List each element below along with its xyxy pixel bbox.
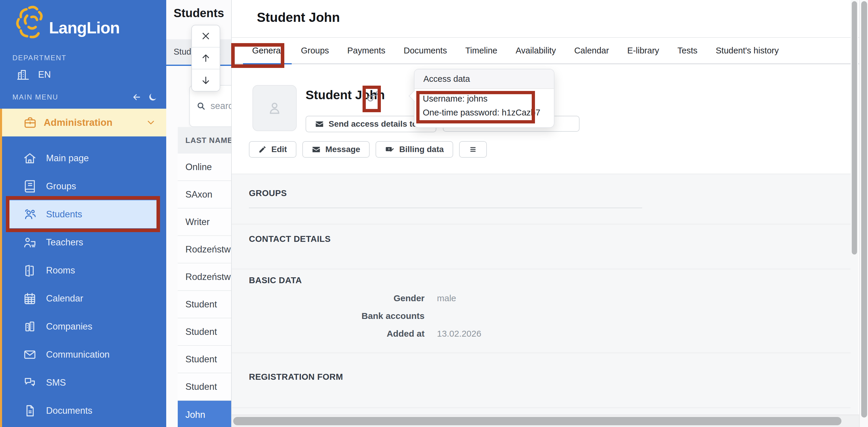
field-label-bank-accounts: Bank accounts — [232, 311, 425, 321]
collapse-sidebar-icon[interactable] — [132, 92, 142, 102]
sidebar-item-companies[interactable]: Companies — [9, 312, 157, 340]
chevron-down-icon — [146, 117, 156, 128]
sidebar-item-label: Students — [46, 209, 82, 220]
sidebar-item-label: Rooms — [46, 265, 75, 276]
sidebar-item-rooms[interactable]: Rooms — [9, 256, 157, 284]
tab-e-library[interactable]: E-library — [618, 38, 669, 63]
sidebar-item-label: Calendar — [46, 293, 83, 304]
floating-toolbar — [191, 25, 220, 92]
horizontal-scrollbar[interactable] — [232, 415, 859, 427]
billing-data-button[interactable]: Billing data — [376, 141, 453, 158]
tab-students-history[interactable]: Student's history — [707, 38, 788, 63]
sidebar-section-administration[interactable]: Administration — [0, 109, 166, 136]
access-data-key-button[interactable] — [365, 87, 380, 106]
list-item-selected[interactable]: John — [178, 401, 232, 427]
envelope-icon — [312, 145, 321, 154]
list-item[interactable]: Student — [178, 291, 232, 318]
person-icon — [266, 99, 283, 117]
list-item[interactable]: Rodzeństw — [178, 236, 232, 264]
one-time-password-line: One-time password: h1zCazb7 — [423, 106, 546, 120]
avatar — [252, 85, 297, 131]
sidebar-item-sms[interactable]: SMS — [9, 369, 157, 397]
more-actions-button[interactable] — [459, 141, 487, 158]
tab-payments[interactable]: Payments — [338, 38, 395, 63]
popover-title: Access data — [414, 69, 554, 89]
list-item[interactable]: Student — [178, 346, 232, 373]
sidebar-item-main-page[interactable]: Main page — [9, 144, 157, 172]
list-item[interactable]: Student — [178, 373, 232, 401]
list-item[interactable]: Student — [178, 318, 232, 346]
sidebar-item-groups[interactable]: Groups — [9, 172, 157, 200]
list-panel-title: Students — [174, 6, 224, 20]
list-item[interactable]: Writer — [178, 209, 232, 236]
tab-documents[interactable]: Documents — [395, 38, 456, 63]
book-icon — [23, 180, 37, 193]
sidebar-item-teachers[interactable]: Teachers — [9, 228, 157, 256]
dark-mode-moon-icon[interactable] — [148, 92, 158, 102]
teacher-icon — [23, 236, 37, 249]
field-label-added-at: Added at — [232, 329, 425, 339]
tab-groups[interactable]: Groups — [292, 38, 338, 63]
page-title: Student John — [257, 10, 340, 25]
content-vertical-scrollbar[interactable] — [850, 0, 858, 415]
sidebar-item-calendar[interactable]: Calendar — [9, 284, 157, 312]
search-input[interactable] — [210, 100, 232, 112]
section-title-registration-form: REGISTRATION FORM — [249, 372, 343, 382]
billing-data-label: Billing data — [399, 145, 444, 154]
horizontal-scrollbar-thumb[interactable] — [233, 417, 841, 425]
sidebar-item-documents[interactable]: Documents — [9, 397, 157, 425]
student-detail-panel: Student John General Groups Payments Doc… — [232, 0, 859, 427]
move-up-button[interactable] — [192, 48, 220, 70]
list-item[interactable]: Online — [178, 154, 232, 181]
list-item[interactable]: Rodzeństw — [178, 264, 232, 291]
message-button[interactable]: Message — [302, 141, 370, 158]
field-value-added-at: 13.02.2026 — [437, 329, 481, 339]
section-divider — [232, 269, 850, 269]
edit-label: Edit — [271, 145, 287, 154]
chat-icon — [23, 376, 37, 390]
home-icon — [23, 151, 37, 165]
content-vertical-scrollbar-thumb[interactable] — [852, 1, 857, 254]
access-data-popover: Access data Username: johns One-time pas… — [414, 69, 554, 128]
lion-logo-icon — [13, 4, 49, 42]
window-vertical-scrollbar-thumb[interactable] — [861, 1, 867, 418]
list-item[interactable]: SAxon — [178, 181, 232, 209]
department-selector[interactable]: EN — [16, 68, 51, 82]
sidebar-item-label: Communication — [46, 349, 110, 360]
tab-tests[interactable]: Tests — [669, 38, 707, 63]
app-screen: LangLion DEPARTMENT EN MAIN MENU — [0, 0, 868, 427]
field-value-gender: male — [437, 293, 456, 303]
close-button[interactable] — [192, 25, 220, 48]
pencil-icon — [258, 145, 267, 154]
logo-text: LangLion — [49, 18, 120, 37]
sidebar-section-label: Administration — [44, 117, 113, 128]
section-divider — [232, 407, 850, 408]
logo: LangLion — [13, 4, 120, 42]
column-header-last-name[interactable]: LAST NAME — [178, 127, 232, 154]
tab-availability[interactable]: Availability — [506, 38, 565, 63]
sidebar-item-communication[interactable]: Communication — [9, 340, 157, 369]
tab-calendar[interactable]: Calendar — [565, 38, 618, 63]
window-vertical-scrollbar[interactable] — [859, 0, 868, 427]
message-label: Message — [326, 145, 360, 154]
arrow-up-icon — [200, 53, 211, 64]
tab-timeline[interactable]: Timeline — [456, 38, 507, 63]
sidebar-item-label: Main page — [46, 153, 89, 163]
menu-icon — [469, 145, 477, 154]
sidebar-item-label: Companies — [46, 321, 92, 332]
sidebar-item-label: Groups — [46, 181, 76, 192]
sidebar-nav: Main page Groups Students — [0, 144, 166, 425]
edit-button[interactable]: Edit — [249, 141, 297, 158]
students-icon — [23, 208, 37, 221]
door-icon — [23, 264, 37, 277]
send-access-details-label: Send access details to st — [329, 119, 427, 129]
section-title-basic-data: BASIC DATA — [249, 276, 302, 285]
billing-card-icon — [385, 145, 395, 154]
username-line: Username: johns — [423, 92, 546, 106]
sidebar-item-students[interactable]: Students — [9, 200, 157, 228]
main-menu-header: MAIN MENU — [12, 92, 158, 102]
tab-general[interactable]: General — [243, 38, 292, 64]
students-rows: Online SAxon Writer Rodzeństw Rodzeństw … — [178, 154, 232, 427]
move-down-button[interactable] — [192, 69, 220, 91]
envelope-icon — [315, 120, 324, 128]
